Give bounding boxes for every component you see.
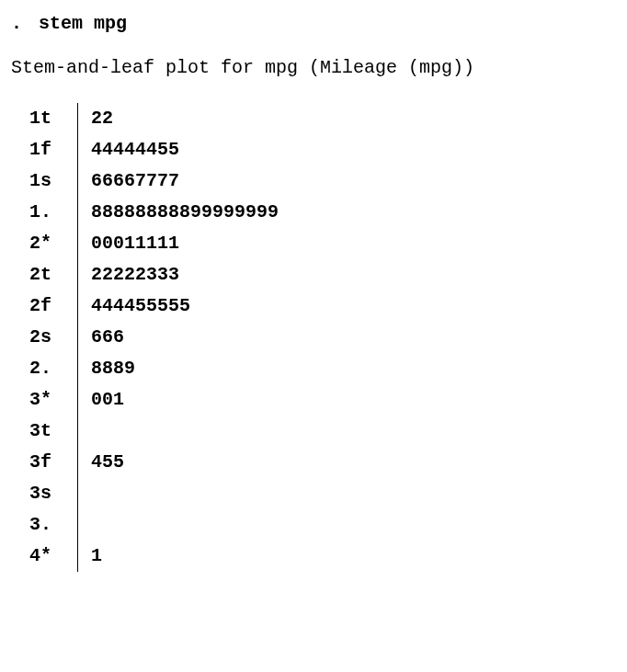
leaf-cell: 44444455 (91, 137, 179, 163)
stem-leaf-divider (77, 384, 78, 416)
stem-leaf-row: 3f455 (28, 447, 616, 478)
stem-leaf-plot: 1t221f444444551s666677771.88888888899999… (11, 103, 616, 572)
leaf-cell: 455 (91, 450, 124, 475)
stem-leaf-row: 1t22 (28, 103, 616, 134)
leaf-cell: 001 (91, 387, 124, 413)
stem-cell: 2s (28, 325, 70, 350)
stem-leaf-row: 2.8889 (28, 353, 616, 384)
stem-cell: 3t (28, 418, 70, 444)
leaf-cell: 88888888899999999 (91, 199, 279, 225)
stem-leaf-row: 3s (28, 478, 616, 509)
stem-leaf-row: 2*00011111 (28, 228, 616, 259)
stem-leaf-row: 2t22222333 (28, 259, 616, 290)
stem-cell: 1t (28, 106, 70, 131)
plot-title: Stem-and-leaf plot for mpg (Mileage (mpg… (11, 55, 616, 81)
leaf-cell: 22222333 (91, 262, 179, 288)
stem-leaf-row: 1f44444455 (28, 134, 616, 165)
stem-leaf-divider (77, 541, 78, 572)
stem-cell: 1f (28, 137, 70, 163)
stem-leaf-row: 3t (28, 416, 616, 447)
stem-leaf-divider (77, 290, 78, 322)
stem-leaf-divider (77, 416, 78, 447)
stem-cell: 3. (28, 512, 70, 538)
stem-leaf-divider (77, 478, 78, 509)
leaf-cell: 1 (91, 543, 102, 569)
leaf-cell: 666 (91, 325, 124, 350)
stem-leaf-divider (77, 259, 78, 290)
leaf-cell: 00011111 (91, 231, 179, 256)
stem-cell: 2. (28, 356, 70, 382)
command-text: stem mpg (39, 13, 127, 34)
stem-cell: 1. (28, 199, 70, 225)
stem-cell: 2t (28, 262, 70, 288)
stem-cell: 2f (28, 293, 70, 319)
stem-leaf-divider (77, 134, 78, 165)
stem-leaf-row: 3*001 (28, 384, 616, 416)
stem-leaf-divider (77, 353, 78, 384)
stem-leaf-row: 2s666 (28, 322, 616, 353)
stem-leaf-row: 2f444455555 (28, 290, 616, 322)
stem-cell: 3* (28, 387, 70, 413)
stem-leaf-divider (77, 197, 78, 228)
leaf-cell: 444455555 (91, 293, 190, 319)
stem-leaf-divider (77, 322, 78, 353)
stem-leaf-divider (77, 228, 78, 259)
stem-leaf-row: 1.88888888899999999 (28, 197, 616, 228)
stem-leaf-divider (77, 103, 78, 134)
stem-cell: 2* (28, 231, 70, 256)
stem-cell: 3s (28, 481, 70, 507)
stem-cell: 4* (28, 543, 70, 569)
stem-leaf-divider (77, 447, 78, 478)
stem-leaf-divider (77, 509, 78, 541)
stem-cell: 1s (28, 168, 70, 194)
prompt-bullet: . (11, 13, 22, 34)
stem-cell: 3f (28, 450, 70, 475)
stem-leaf-row: 3. (28, 509, 616, 541)
leaf-cell: 8889 (91, 356, 135, 382)
leaf-cell: 66667777 (91, 168, 179, 194)
stem-leaf-row: 4*1 (28, 541, 616, 572)
leaf-cell: 22 (91, 106, 113, 131)
stem-leaf-divider (77, 165, 78, 197)
command-line: . stem mpg (11, 11, 616, 37)
stem-leaf-row: 1s66667777 (28, 165, 616, 197)
